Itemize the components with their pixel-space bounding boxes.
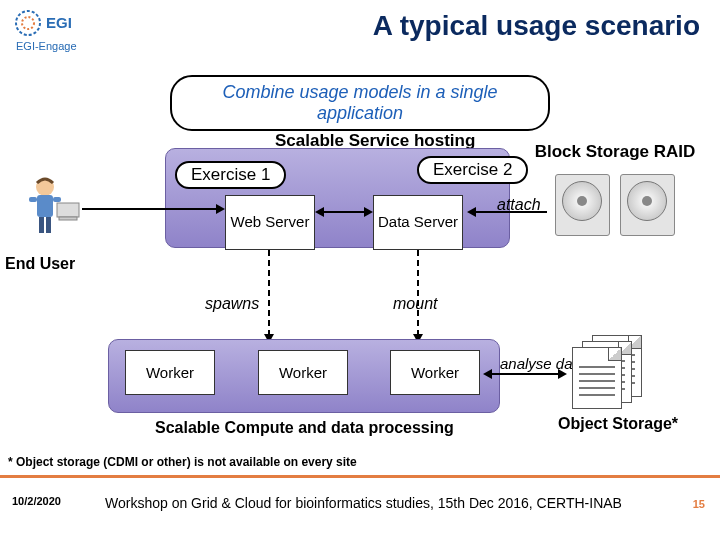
exercise-1-label: Exercise 1 xyxy=(175,161,286,189)
mount-label: mount xyxy=(393,295,437,313)
svg-rect-7 xyxy=(53,197,61,202)
footer-text: Workshop on Grid & Cloud for bioinformat… xyxy=(105,495,622,511)
raid-disks-icon xyxy=(555,170,685,240)
worker-box-3: Worker xyxy=(390,350,480,395)
scalable-compute-label: Scalable Compute and data processing xyxy=(155,419,454,437)
object-storage-label: Object Storage* xyxy=(558,415,678,433)
attach-label: attach xyxy=(497,196,541,214)
egi-logo: EGI EGI-Engage xyxy=(10,8,100,58)
user-icon xyxy=(15,175,80,245)
worker-box-2: Worker xyxy=(258,350,348,395)
object-storage-icon xyxy=(570,335,670,410)
svg-point-1 xyxy=(22,17,34,29)
worker-2-text: Worker xyxy=(259,351,347,394)
svg-rect-11 xyxy=(59,217,77,220)
svg-rect-8 xyxy=(39,217,44,233)
svg-rect-5 xyxy=(37,195,53,217)
exercise-2-label: Exercise 2 xyxy=(417,156,528,184)
worker-1-text: Worker xyxy=(126,351,214,394)
divider xyxy=(0,475,720,478)
subtitle: Combine usage models in a single applica… xyxy=(170,75,550,131)
svg-rect-6 xyxy=(29,197,37,202)
worker-3-text: Worker xyxy=(391,351,479,394)
footer-date: 10/2/2020 xyxy=(12,495,61,507)
svg-point-0 xyxy=(16,11,40,35)
svg-rect-10 xyxy=(57,203,79,217)
worker-box-1: Worker xyxy=(125,350,215,395)
page-number: 15 xyxy=(693,498,705,510)
web-server-text: Web Server xyxy=(226,196,314,249)
end-user-label: End User xyxy=(5,255,75,273)
footnote: * Object storage (CDMI or other) is not … xyxy=(8,455,357,469)
data-server-text: Data Server xyxy=(374,196,462,249)
spawns-label: spawns xyxy=(205,295,259,313)
page-title: A typical usage scenario xyxy=(373,10,700,42)
block-storage-label: Block Storage RAID xyxy=(530,142,700,162)
svg-text:EGI-Engage: EGI-Engage xyxy=(16,40,77,52)
svg-text:EGI: EGI xyxy=(46,14,72,31)
svg-rect-9 xyxy=(46,217,51,233)
